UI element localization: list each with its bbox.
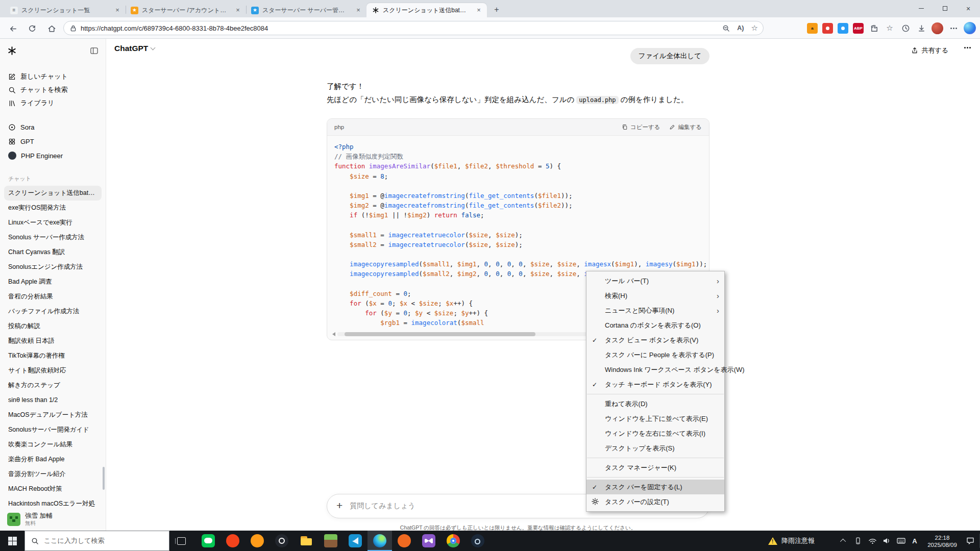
network-wifi-icon[interactable] <box>868 536 877 545</box>
line-taskbar-button[interactable] <box>196 531 220 551</box>
context-menu-item[interactable]: ツール バー(T)› <box>586 273 724 288</box>
scrollbar-thumb[interactable] <box>345 332 535 336</box>
chat-list-item[interactable]: 音程の分析結果 <box>0 289 106 304</box>
minecraft-taskbar-button[interactable] <box>318 531 343 551</box>
profile-avatar[interactable] <box>932 22 943 34</box>
model-switcher[interactable]: ChatGPT <box>114 44 155 53</box>
chat-list-item[interactable]: 吹奏楽コンクール結果 <box>0 437 106 452</box>
tab-close-icon[interactable]: × <box>113 6 121 14</box>
red-extension-icon[interactable] <box>822 23 833 34</box>
chat-list-item[interactable]: Sonolusサーバー開発ガイド <box>0 422 106 437</box>
settings-ellipsis-icon[interactable] <box>948 22 959 34</box>
taskbar-clock[interactable]: 22:18 2025/08/09 <box>924 534 961 548</box>
amazon-extension-icon[interactable]: a <box>807 23 818 34</box>
context-menu-item[interactable]: ✓タスク バーを固定する(L) <box>586 480 724 494</box>
minimize-button[interactable] <box>910 0 933 17</box>
chat-list-item[interactable]: MacOSデュアルブート方法 <box>0 408 106 422</box>
chat-list-item[interactable]: 解き方のステップ <box>0 378 106 393</box>
vscode-taskbar-button[interactable] <box>343 531 368 551</box>
browser-tab[interactable]: ≡スクリーンショット一覧× <box>5 3 126 17</box>
sidebar-item-search-chats[interactable]: チャットを検索 <box>0 83 106 96</box>
chat-list-item[interactable]: exe実行OS開発方法 <box>0 201 106 215</box>
chat-list-item[interactable]: Chart Cyanvas 翻訳 <box>0 245 106 260</box>
chat-list-item[interactable]: 音源分割ツール紹介 <box>0 467 106 482</box>
favorite-star-icon[interactable]: ☆ <box>751 23 758 33</box>
steam-taskbar-button[interactable] <box>465 531 490 551</box>
adblock-plus-extension-icon[interactable]: ABP <box>853 23 864 34</box>
sidebar-item-gpt[interactable]: GPT <box>0 134 106 148</box>
firefox-taskbar-button[interactable] <box>245 531 270 551</box>
blue-extension-icon[interactable] <box>838 23 848 34</box>
chat-list-item[interactable]: Bad Apple 調査 <box>0 274 106 289</box>
task-view-button[interactable] <box>169 531 193 551</box>
context-menu-item[interactable]: 検索(H)› <box>586 288 724 303</box>
zoom-out-icon[interactable] <box>722 24 730 32</box>
scroll-left-arrow-icon[interactable] <box>332 332 335 336</box>
hidden-icons-chevron[interactable] <box>839 536 848 545</box>
chat-list-item[interactable]: Linuxベースでexe実行 <box>0 215 106 230</box>
copilot-icon[interactable] <box>964 22 976 34</box>
context-menu-item[interactable]: デスクトップを表示(S) <box>586 441 724 456</box>
tab-close-icon[interactable]: × <box>475 6 483 14</box>
attach-plus-icon[interactable]: + <box>336 499 342 512</box>
orange-app-taskbar-button[interactable] <box>392 531 416 551</box>
chat-list-item[interactable]: sinθ less than 1/2 <box>0 393 106 408</box>
context-menu-item[interactable]: ✓タスク ビュー ボタンを表示(V) <box>586 333 724 347</box>
volume-icon[interactable] <box>882 536 891 545</box>
chatgpt-logo-icon[interactable] <box>7 46 17 58</box>
context-menu-item[interactable]: Cortana のボタンを表示する(O) <box>586 318 724 333</box>
context-menu-item[interactable]: Windows Ink ワークスペース ボタンを表示(W) <box>586 362 724 377</box>
weather-widget[interactable]: 降雨注意報 <box>764 531 819 551</box>
url-text[interactable]: https://chatgpt.com/c/689739c4-6800-8331… <box>81 24 268 32</box>
edge-taskbar-button[interactable] <box>368 531 392 551</box>
context-menu-item[interactable]: ウィンドウを左右に並べて表示(I) <box>586 426 724 441</box>
context-menu-item[interactable]: タスク バーの設定(T) <box>586 494 724 509</box>
explorer-taskbar-button[interactable] <box>294 531 318 551</box>
chat-list-item[interactable]: サイト翻訳依頼対応 <box>0 363 106 378</box>
read-aloud-icon[interactable]: A) <box>737 24 744 32</box>
sidebar-item-new-chat[interactable]: 新しいチャット <box>0 70 106 83</box>
touch-keyboard-icon[interactable] <box>896 536 905 545</box>
chat-list-item[interactable]: Sonolus サーバー作成方法 <box>0 230 106 245</box>
share-button[interactable]: 共有する <box>906 43 953 58</box>
home-button[interactable] <box>45 22 58 35</box>
context-menu-item[interactable]: 重ねて表示(D) <box>586 396 724 411</box>
sidebar-item-sora[interactable]: Sora <box>0 120 106 134</box>
start-button[interactable] <box>0 531 24 551</box>
context-menu-item[interactable]: ✓タッチ キーボード ボタンを表示(Y) <box>586 377 724 392</box>
extensions-puzzle-icon[interactable] <box>868 22 879 34</box>
obs-taskbar-button[interactable] <box>270 531 294 551</box>
chat-list-item[interactable]: Hackintosh macOSエラー対処 <box>0 496 106 508</box>
taskbar-search-box[interactable]: ここに入力して検索 <box>24 531 169 551</box>
favorites-bar-star-icon[interactable]: ☆ <box>884 22 895 34</box>
visual-studio-taskbar-button[interactable] <box>416 531 441 551</box>
tab-close-icon[interactable]: × <box>354 6 362 14</box>
refresh-button[interactable] <box>26 22 39 35</box>
sidebar-toggle-icon[interactable] <box>90 46 99 57</box>
tab-close-icon[interactable]: × <box>234 6 242 14</box>
downloads-icon[interactable] <box>916 22 927 34</box>
ime-indicator[interactable]: A <box>911 537 919 545</box>
chat-list-item[interactable]: スクリーンショット送信batファイル <box>4 186 102 201</box>
browser-tab[interactable]: ★スターサーバー サーバー管理ツール× <box>246 3 366 17</box>
chat-list-item[interactable]: 楽曲分析 Bad Apple <box>0 452 106 467</box>
sidebar-scrollbar[interactable] <box>103 467 105 490</box>
account-row[interactable]: 強雪 加輔 無料 <box>0 508 106 531</box>
context-menu-item[interactable]: ウィンドウを上下に並べて表示(E) <box>586 411 724 426</box>
sidebar-item-library[interactable]: ライブラリ <box>0 96 106 110</box>
chat-list-item[interactable]: TikTok弾幕の著作権 <box>0 348 106 363</box>
chat-list-item[interactable]: 翻訳依頼 日本語 <box>0 334 106 348</box>
context-menu-item[interactable]: タスク バーに People を表示する(P) <box>586 347 724 362</box>
chat-list-item[interactable]: バッチファイル作成方法 <box>0 304 106 319</box>
back-button[interactable] <box>6 22 19 35</box>
sidebar-item-php-engineer[interactable]: PHP Engineer <box>0 148 106 163</box>
brave-taskbar-button[interactable] <box>220 531 245 551</box>
chrome-taskbar-button[interactable] <box>441 531 465 551</box>
action-center-icon[interactable] <box>966 536 975 545</box>
chat-list-item[interactable]: MACH Reboot対策 <box>0 482 106 496</box>
phone-link-icon[interactable] <box>853 536 863 545</box>
address-bar[interactable]: https://chatgpt.com/c/689739c4-6800-8331… <box>63 21 764 35</box>
chat-list-item[interactable]: Sonolusエンジン作成方法 <box>0 260 106 274</box>
context-menu-item[interactable]: タスク マネージャー(K) <box>586 460 724 475</box>
history-icon[interactable] <box>900 22 911 34</box>
